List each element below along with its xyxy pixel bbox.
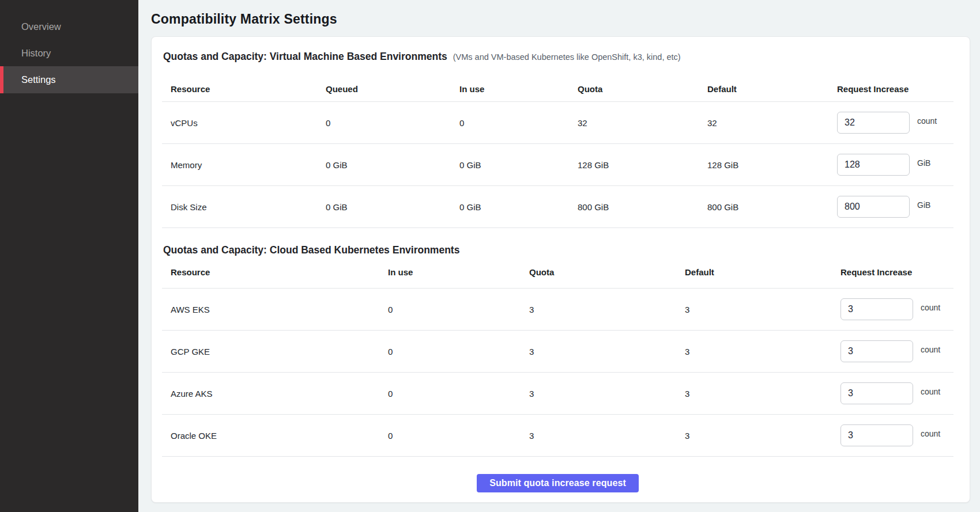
cell-default: 3 (676, 289, 832, 330)
cell-resource: AWS EKS (162, 289, 379, 330)
sidebar-item-label: Overview (21, 21, 61, 32)
cell-resource: Memory (162, 144, 317, 185)
cell-quota: 3 (521, 373, 676, 414)
column-header-default: Default (676, 256, 832, 288)
section-subtitle: (VMs and VM-based Kubernetes like OpenSh… (453, 52, 681, 62)
column-header-quota: Quota (521, 256, 676, 288)
cell-quota: 3 (521, 331, 676, 372)
request-increase-input-oracle-oke[interactable] (840, 424, 913, 446)
sidebar: Overview History Settings (0, 0, 138, 512)
request-increase-input-memory[interactable] (837, 154, 910, 176)
unit-label: GiB (917, 200, 930, 210)
cell-in-use: 0 (379, 289, 521, 330)
table-row-vcpus: vCPUs 0 0 32 32 count (162, 102, 953, 144)
cell-resource: GCP GKE (162, 331, 379, 372)
table-row-oracle-oke: Oracle OKE 0 3 3 count (162, 415, 953, 457)
submit-quota-increase-button[interactable]: Submit quota increase request (477, 474, 639, 492)
cell-in-use: 0 GiB (451, 186, 569, 227)
cell-resource: Disk Size (162, 186, 317, 227)
column-header-request-increase: Request Increase (828, 63, 953, 101)
cell-in-use: 0 (379, 415, 521, 456)
table-row-aws-eks: AWS EKS 0 3 3 count (162, 289, 953, 331)
request-increase-input-gcp-gke[interactable] (840, 340, 913, 362)
table-row-gcp-gke: GCP GKE 0 3 3 count (162, 331, 953, 373)
section-title: Quotas and Capacity: Virtual Machine Bas… (163, 51, 447, 63)
cell-default: 3 (676, 373, 832, 414)
table-row-azure-aks: Azure AKS 0 3 3 count (162, 373, 953, 415)
cell-default: 32 (699, 102, 828, 143)
cell-in-use: 0 (451, 102, 569, 143)
request-increase-input-vcpus[interactable] (837, 112, 910, 134)
cell-default: 128 GiB (699, 144, 828, 185)
cell-in-use: 0 GiB (451, 144, 569, 185)
unit-label: count (921, 303, 940, 312)
cell-queued: 0 (317, 102, 451, 143)
table-header-row: Resource In use Quota Default Request In… (162, 256, 953, 289)
column-header-default: Default (699, 63, 828, 101)
table-row-disk-size: Disk Size 0 GiB 0 GiB 800 GiB 800 GiB Gi… (162, 186, 953, 228)
request-increase-input-disk-size[interactable] (837, 196, 910, 218)
column-header-request-increase: Request Increase (832, 256, 953, 288)
column-header-resource: Resource (162, 63, 317, 101)
unit-label: count (921, 387, 940, 396)
column-header-in-use: In use (379, 256, 521, 288)
cell-quota: 32 (569, 102, 699, 143)
cell-default: 3 (676, 331, 832, 372)
section-title: Quotas and Capacity: Cloud Based Kuberne… (163, 244, 459, 256)
main-content: Compatibility Matrix Settings Quotas and… (138, 0, 980, 512)
cell-quota: 3 (521, 289, 676, 330)
cell-queued: 0 GiB (317, 144, 451, 185)
cell-queued: 0 GiB (317, 186, 451, 227)
request-increase-input-aws-eks[interactable] (840, 298, 913, 320)
sidebar-item-overview[interactable]: Overview (0, 13, 138, 40)
unit-label: count (921, 429, 940, 438)
cell-resource: Oracle OKE (162, 415, 379, 456)
section-vm-environments: Quotas and Capacity: Virtual Machine Bas… (162, 51, 953, 228)
unit-label: count (921, 345, 940, 354)
column-header-quota: Quota (569, 63, 699, 101)
cell-quota: 128 GiB (569, 144, 699, 185)
cell-in-use: 0 (379, 373, 521, 414)
column-header-in-use: In use (451, 63, 569, 101)
cell-default: 800 GiB (699, 186, 828, 227)
unit-label: GiB (917, 158, 930, 168)
table-header-row: Resource Queued In use Quota Default Req… (162, 63, 953, 102)
cell-resource: vCPUs (162, 102, 317, 143)
page-title: Compatibility Matrix Settings (151, 12, 970, 27)
cell-quota: 800 GiB (569, 186, 699, 227)
sidebar-item-history[interactable]: History (0, 40, 138, 66)
request-increase-input-azure-aks[interactable] (840, 382, 913, 404)
section-cloud-kubernetes: Quotas and Capacity: Cloud Based Kuberne… (162, 244, 953, 457)
cell-default: 3 (676, 415, 832, 456)
cell-quota: 3 (521, 415, 676, 456)
unit-label: count (917, 116, 937, 126)
sidebar-item-settings[interactable]: Settings (0, 66, 138, 93)
table-row-memory: Memory 0 GiB 0 GiB 128 GiB 128 GiB GiB (162, 144, 953, 186)
cell-resource: Azure AKS (162, 373, 379, 414)
sidebar-item-label: Settings (21, 74, 56, 85)
column-header-queued: Queued (317, 63, 451, 101)
settings-card: Quotas and Capacity: Virtual Machine Bas… (151, 36, 970, 503)
cell-in-use: 0 (379, 331, 521, 372)
sidebar-item-label: History (21, 48, 51, 59)
column-header-resource: Resource (162, 256, 379, 288)
